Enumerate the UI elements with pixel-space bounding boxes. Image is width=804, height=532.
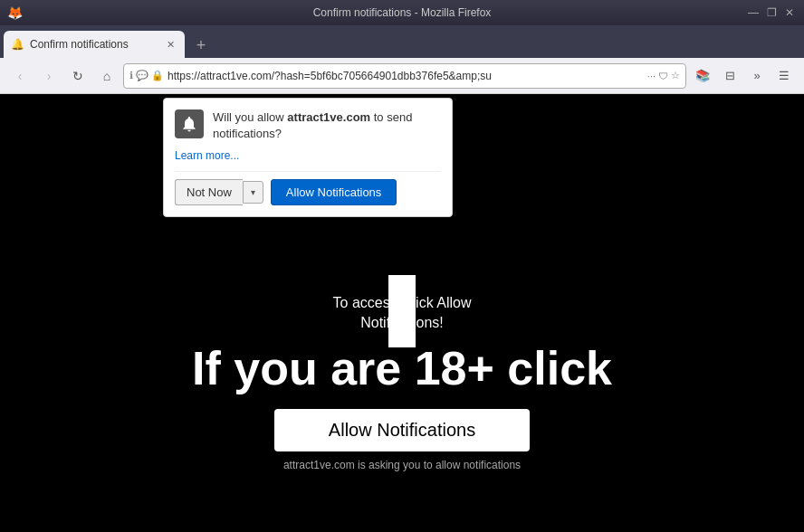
- popup-icon-container: [175, 109, 204, 138]
- restore-button[interactable]: ❐: [764, 5, 779, 20]
- new-tab-button[interactable]: +: [188, 33, 214, 58]
- window-title: Confirm notifications - Mozilla Firefox: [313, 6, 492, 19]
- page-large-text: If you are 18+ click: [192, 343, 612, 394]
- forward-button[interactable]: ›: [36, 63, 62, 89]
- popup-domain: attract1ve.com: [287, 110, 370, 124]
- title-bar-left: 🦊: [7, 5, 22, 20]
- popup-divider: [175, 171, 441, 172]
- info-icon: ℹ: [129, 70, 133, 81]
- tab-label: Confirm notifications: [30, 38, 129, 51]
- lock-icon: 🔒: [151, 70, 164, 81]
- bookmark-star-icon[interactable]: ☆: [671, 70, 680, 81]
- not-now-button[interactable]: Not Now: [175, 179, 243, 205]
- toolbar-right: 📚 ⊟ » ☰: [690, 63, 797, 89]
- close-button[interactable]: ✕: [782, 5, 797, 20]
- allow-notifications-button[interactable]: Allow Notifications: [271, 179, 397, 205]
- bell-icon: [180, 115, 198, 133]
- sidebar-button[interactable]: ⊟: [717, 63, 742, 89]
- page-content: Will you allow attract1ve.com to send no…: [0, 94, 804, 532]
- tab-close-button[interactable]: ✕: [163, 37, 177, 52]
- chat-icon: 💬: [136, 70, 148, 81]
- nav-bar: ‹ › ↻ ⌂ ℹ 💬 🔒 https://attract1ve.com/?ha…: [0, 58, 804, 94]
- firefox-logo: 🦊: [7, 5, 22, 20]
- browser-window: 🦊 Confirm notifications - Mozilla Firefo…: [0, 0, 804, 532]
- window-controls: — ❐ ✕: [746, 5, 797, 20]
- popup-message-prefix: Will you allow: [213, 110, 287, 124]
- home-button[interactable]: ⌂: [94, 63, 120, 89]
- not-now-label: Not Now: [187, 185, 232, 199]
- url-bar[interactable]: ℹ 💬 🔒 https://attract1ve.com/?hash=5bf6b…: [123, 63, 686, 89]
- expand-button[interactable]: »: [744, 63, 770, 89]
- active-tab[interactable]: 🔔 Confirm notifications ✕: [4, 31, 185, 58]
- url-text: https://attract1ve.com/?hash=5bf6bc70566…: [168, 70, 644, 82]
- shield-icon[interactable]: 🛡: [658, 71, 668, 81]
- overflow-icon[interactable]: ···: [647, 71, 656, 81]
- firefox-icon: 🦊: [7, 5, 23, 20]
- url-bar-actions: ··· 🛡 ☆: [647, 70, 680, 81]
- menu-button[interactable]: ☰: [771, 63, 797, 89]
- page-allow-button[interactable]: Allow Notifications: [274, 409, 530, 451]
- url-bar-info: ℹ 💬 🔒: [129, 70, 164, 81]
- tab-bar: 🔔 Confirm notifications ✕ +: [0, 25, 804, 58]
- notification-popup: Will you allow attract1ve.com to send no…: [163, 98, 453, 217]
- back-button[interactable]: ‹: [7, 63, 33, 89]
- reload-button[interactable]: ↻: [65, 63, 91, 89]
- page-subtext: attract1ve.com is asking you to allow no…: [283, 459, 521, 471]
- popup-header: Will you allow attract1ve.com to send no…: [175, 109, 441, 142]
- tab-favicon: 🔔: [11, 38, 24, 51]
- popup-actions: Not Now ▾ Allow Notifications: [175, 179, 441, 205]
- popup-message: Will you allow attract1ve.com to send no…: [213, 109, 441, 142]
- title-bar: 🦊 Confirm notifications - Mozilla Firefo…: [0, 0, 804, 25]
- learn-more-link[interactable]: Learn more...: [175, 149, 441, 162]
- not-now-dropdown-button[interactable]: ▾: [243, 181, 263, 204]
- minimize-button[interactable]: —: [746, 5, 761, 20]
- arrow-shaft: [388, 275, 416, 347]
- library-button[interactable]: 📚: [690, 63, 715, 89]
